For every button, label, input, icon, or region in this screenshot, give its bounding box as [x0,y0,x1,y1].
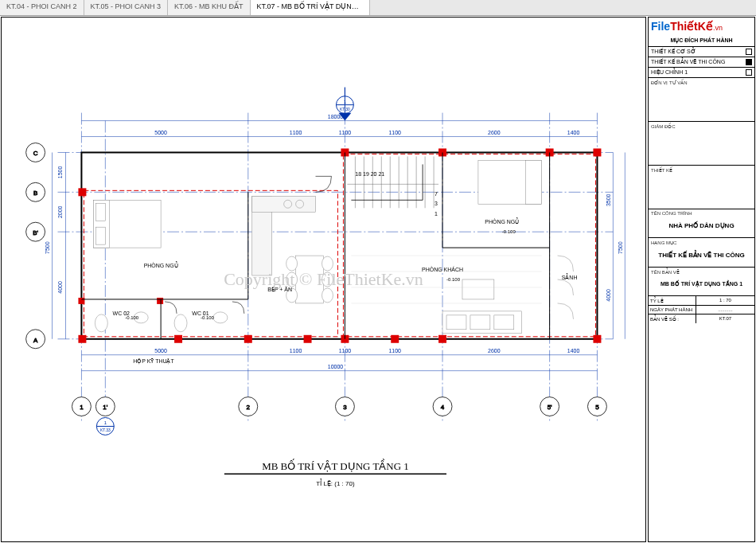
svg-text:2: 2 [247,404,251,412]
svg-text:1: 1 [80,404,84,412]
svg-rect-55 [470,315,490,330]
svg-text:KT.33: KT.33 [100,428,111,432]
svg-point-73 [95,314,107,332]
tb-project: TÊN CÔNG TRÌNH NHÀ PHỐ DÂN DỤNG [649,209,754,238]
svg-rect-57 [462,279,494,299]
svg-point-50 [322,256,333,271]
tb-drawing: TÊN BẢN VẼ MB BỐ TRÍ VẬT DỤNG TẦNG 1 [649,268,754,296]
svg-text:1100: 1100 [290,348,302,354]
svg-text:1400: 1400 [567,348,580,354]
svg-text:1100: 1100 [388,348,401,354]
svg-text:2600: 2600 [488,130,501,135]
svg-text:A: A [33,337,38,344]
svg-point-52 [322,288,333,303]
svg-text:1100: 1100 [290,130,302,135]
logo: FileThiếtKế.vn [649,18,754,35]
svg-rect-41 [526,160,542,204]
tb-consultant: ĐƠN VỊ TƯ VẤN [649,78,754,122]
svg-text:B: B [33,189,37,197]
svg-rect-20 [593,149,601,157]
svg-point-75 [174,314,187,332]
svg-rect-54 [446,315,466,330]
tb-sheet-row: BẢN VẼ SỐ : KT.07 [649,314,754,323]
svg-text:18 19 20 21: 18 19 20 21 [355,171,384,177]
svg-text:3500: 3500 [606,193,611,206]
svg-rect-28 [343,154,595,336]
svg-rect-23 [157,298,163,304]
tab-kt06[interactable]: KT.06 - MB KHU ĐẤT [168,0,251,15]
svg-text:3: 3 [343,404,347,412]
drawing-title: MB BỐ TRÍ VẬT DỤNG TẦNG 1 [262,459,409,472]
svg-text:1': 1' [103,404,107,412]
title-block: FileThiếtKế.vn MỤC ĐÍCH PHÁT HÀNH THIẾT … [648,17,755,542]
svg-text:5000: 5000 [154,130,167,135]
svg-text:2000: 2000 [57,205,63,218]
svg-text:4000: 4000 [606,289,611,302]
tb-scale-row: TỶ LỆ 1 : 70 [649,296,754,306]
svg-text:7500: 7500 [618,241,623,254]
svg-text:-0.100: -0.100 [502,229,516,234]
svg-text:4: 4 [441,404,445,412]
svg-point-76 [213,312,228,323]
tab-bar: KT.04 - PHOI CANH 2 KT.05 - PHOI CANH 3 … [0,0,756,16]
svg-text:KT.30: KT.30 [340,107,350,111]
svg-rect-46 [296,256,324,303]
tab-kt07[interactable]: KT.07 - MB BỐ TRÍ VẬT DỤNG T...× [251,0,370,15]
tb-check-thicong: THIẾT KẾ BẢN VẼ THI CÔNG [649,57,754,68]
tb-category: HẠNG MỤC THIẾT KẾ BẢN VẼ THI CÔNG [649,238,754,268]
svg-point-51 [322,272,333,287]
tb-check-coso: THIẾT KẾ CƠ SỞ [649,47,754,57]
svg-rect-38 [95,203,105,221]
svg-text:PHÒNG NGỦ: PHÒNG NGỦ [485,217,519,225]
svg-rect-56 [494,315,514,330]
svg-text:PHÒNG NGỦ: PHÒNG NGỦ [144,261,178,268]
tb-purpose-header: MỤC ĐÍCH PHÁT HÀNH [649,35,754,47]
tb-director: GIÁM ĐỐC [649,122,754,166]
svg-text:B': B' [33,229,38,236]
svg-text:PHÒNG KHÁCH: PHÒNG KHÁCH [422,266,463,272]
svg-text:10000: 10000 [328,364,344,369]
svg-text:HỘP KỸ THUẬT: HỘP KỸ THUẬT [133,358,174,365]
svg-text:1100: 1100 [339,130,352,135]
svg-text:-0.100: -0.100 [125,315,139,320]
floor-plan-svg: 18 19 20 21 7 3 1 18000 5000 1 [2,18,645,541]
svg-text:1100: 1100 [388,130,401,135]
svg-text:-0.100: -0.100 [446,277,461,282]
svg-point-47 [286,256,298,271]
drawing-scale: TỈ LỆ: (1 : 70) [316,479,355,487]
svg-text:3: 3 [435,201,438,206]
svg-text:5': 5' [548,404,552,412]
svg-rect-39 [95,227,105,244]
svg-text:BẾP + ĂN: BẾP + ĂN [267,286,292,292]
tb-date-row: NGÀY PHÁT HÀNH ........... [649,306,754,314]
svg-text:SẢNH: SẢNH [562,273,578,280]
drawing-canvas[interactable]: 18 19 20 21 7 3 1 18000 5000 1 [1,17,646,542]
svg-text:5: 5 [595,404,599,412]
tb-check-hieuchinh: HIỆU CHỈNH 1 [649,68,754,78]
tb-designer: THIẾT KẾ [649,166,754,209]
svg-text:C: C [33,150,38,157]
svg-text:1: 1 [435,211,438,217]
svg-text:2600: 2600 [488,348,501,354]
svg-text:1400: 1400 [567,130,580,135]
svg-rect-12 [78,188,86,196]
tab-kt04[interactable]: KT.04 - PHOI CANH 2 [0,0,84,15]
svg-text:7500: 7500 [45,241,50,254]
svg-text:1500: 1500 [57,166,63,179]
tab-kt05[interactable]: KT.05 - PHOI CANH 3 [84,0,169,15]
svg-text:5000: 5000 [154,348,167,354]
svg-text:4000: 4000 [57,281,63,294]
svg-text:7: 7 [435,191,438,197]
svg-text:1100: 1100 [339,348,352,354]
svg-text:-0.100: -0.100 [201,315,215,320]
svg-point-48 [286,272,298,287]
